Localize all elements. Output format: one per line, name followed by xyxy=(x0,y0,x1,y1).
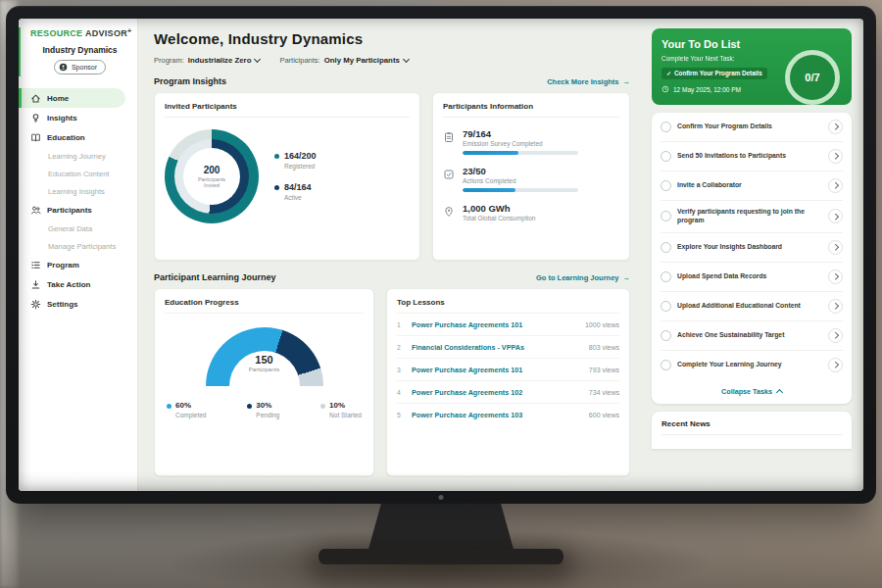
task-row[interactable]: Upload Spend Data Records xyxy=(661,263,843,292)
task-label: Verify participants requesting to join t… xyxy=(677,208,822,225)
sidebar-header: RESOURCE ADVISOR+ Industry Dynamics Spon… xyxy=(19,27,137,80)
lesson-link[interactable]: Power Purchase Agreements 101 xyxy=(412,320,578,329)
legend-value: 164/200 xyxy=(284,152,317,162)
todo-title: Your To Do List xyxy=(662,38,842,50)
task-row[interactable]: Complete Your Learning Journey xyxy=(661,351,843,379)
task-checkbox[interactable] xyxy=(661,211,671,221)
task-chevron-button[interactable] xyxy=(828,209,843,223)
participants-information-title: Participants Information xyxy=(443,102,619,118)
sidebar-item-program[interactable]: Program xyxy=(19,255,137,274)
book-icon xyxy=(30,132,41,143)
task-label: Upload Spend Data Records xyxy=(677,272,822,281)
screen: RESOURCE ADVISOR+ Industry Dynamics Spon… xyxy=(19,19,863,491)
sidebar-item-home[interactable]: Home xyxy=(19,88,125,108)
stat-value: 1,000 GWh xyxy=(463,203,535,214)
task-checkbox[interactable] xyxy=(661,242,671,253)
task-row[interactable]: Invite a Collaborator xyxy=(661,172,843,201)
gauge-center-value: 150 xyxy=(206,354,323,366)
task-checkbox[interactable] xyxy=(661,301,671,312)
task-checkbox[interactable] xyxy=(661,151,671,162)
task-chevron-button[interactable] xyxy=(828,120,843,134)
task-row[interactable]: Explore Your Insights Dashboard xyxy=(661,233,843,263)
program-insights-header: Program Insights Check More Insights → xyxy=(154,76,630,86)
gauge-center-label: Participants xyxy=(206,367,323,372)
lesson-link[interactable]: Power Purchase Agreements 103 xyxy=(412,411,582,419)
photo-backdrop: RESOURCE ADVISOR+ Industry Dynamics Spon… xyxy=(0,0,882,588)
chevron-up-icon xyxy=(776,389,783,396)
sidebar-item-education[interactable]: Education xyxy=(19,127,137,147)
chevron-down-icon xyxy=(403,56,410,63)
task-row[interactable]: Send 50 Invitations to Participants xyxy=(661,142,843,172)
legend-item-pending: 30% Pending xyxy=(247,402,279,418)
gear-icon xyxy=(30,299,41,310)
stat-value: 23/50 xyxy=(463,166,578,176)
lesson-link[interactable]: Power Purchase Agreements 102 xyxy=(412,388,582,397)
sidebar-nav: Home Insights Education Learning Journey xyxy=(19,88,137,314)
sidebar-item-participants[interactable]: Participants xyxy=(19,200,137,220)
chevron-right-icon xyxy=(832,332,838,338)
gauge-center: 150 Participants xyxy=(206,354,323,372)
task-label: Explore Your Insights Dashboard xyxy=(677,243,822,252)
participants-filter-label: Participants: xyxy=(279,56,319,65)
next-task-chip[interactable]: ✓ Confirm Your Program Details xyxy=(662,68,767,79)
task-checkbox[interactable] xyxy=(661,360,671,370)
task-chevron-button[interactable] xyxy=(828,299,843,314)
task-chevron-button[interactable] xyxy=(828,328,843,343)
check-more-insights-link[interactable]: Check More Insights → xyxy=(547,77,630,86)
sidebar-item-label: Program xyxy=(47,261,79,270)
sidebar-item-general-data[interactable]: General Data xyxy=(19,220,137,237)
due-date-text: 12 May 2025, 12:00 PM xyxy=(673,86,741,93)
program-insights-title: Program Insights xyxy=(154,76,226,86)
task-checkbox[interactable] xyxy=(661,330,671,341)
sidebar-item-settings[interactable]: Settings xyxy=(19,294,137,314)
todo-panel: Your To Do List Complete Your Next Task:… xyxy=(642,19,863,491)
next-task-label: Confirm Your Program Details xyxy=(674,70,762,76)
task-chevron-button[interactable] xyxy=(828,240,843,255)
task-chevron-button[interactable] xyxy=(828,149,843,164)
sidebar-item-learning-journey[interactable]: Learning Journey xyxy=(19,147,137,165)
lesson-link[interactable]: Power Purchase Agreements 101 xyxy=(412,366,582,374)
program-filter-select[interactable]: Industrialize Zero xyxy=(188,56,261,65)
map-pin-icon xyxy=(443,204,455,216)
sidebar-item-education-content[interactable]: Education Content xyxy=(19,165,137,182)
sidebar-item-label: Home xyxy=(47,94,69,103)
legend-item-completed: 60% Completed xyxy=(167,402,206,418)
collapse-tasks-button[interactable]: Collapse Tasks xyxy=(661,379,843,404)
task-chevron-button[interactable] xyxy=(828,270,843,284)
task-checkbox[interactable] xyxy=(661,180,671,191)
lesson-views: 1000 views xyxy=(585,321,619,328)
legend-label: Registered xyxy=(284,163,317,170)
todo-summary-card: Your To Do List Complete Your Next Task:… xyxy=(652,28,852,105)
recent-news-card: Recent News xyxy=(652,412,852,449)
stat-actions-completed: 23/50 Actions Completed xyxy=(443,166,619,192)
go-to-learning-journey-link[interactable]: Go to Learning Journey → xyxy=(536,273,630,282)
participants-filter-select[interactable]: Only My Participants xyxy=(324,56,409,65)
sidebar-item-learning-insights[interactable]: Learning Insights xyxy=(19,182,137,200)
sidebar-item-insights[interactable]: Insights xyxy=(19,108,137,127)
sidebar-item-take-action[interactable]: Take Action xyxy=(19,274,137,294)
legend-dot xyxy=(274,185,279,190)
task-row[interactable]: Confirm Your Program Details xyxy=(661,113,843,142)
lesson-rank: 2 xyxy=(397,344,405,351)
participants-filter: Participants: Only My Participants xyxy=(279,56,408,65)
recent-news-title: Recent News xyxy=(662,419,842,435)
org-name: Industry Dynamics xyxy=(30,45,129,55)
donut-center: 200 Participants Invited xyxy=(183,148,240,205)
lesson-link[interactable]: Financial Considerations - VPPAs xyxy=(412,343,582,352)
logo-advisor: ADVISOR xyxy=(85,28,127,38)
education-progress-gauge-chart: 150 Participants xyxy=(206,327,323,386)
education-progress-card: Education Progress 150 Participants xyxy=(154,288,374,476)
task-chevron-button[interactable] xyxy=(828,358,843,372)
program-filter-value: Industrialize Zero xyxy=(188,56,252,65)
task-row[interactable]: Upload Additional Educational Content xyxy=(661,292,843,321)
task-checkbox[interactable] xyxy=(661,122,671,132)
progress-bar xyxy=(463,151,578,155)
task-chevron-button[interactable] xyxy=(828,178,843,193)
sidebar-item-manage-participants[interactable]: Manage Participants xyxy=(19,237,137,255)
task-row[interactable]: Verify participants requesting to join t… xyxy=(661,201,843,233)
invited-participants-body: 200 Participants Invited 164/200 Registe xyxy=(165,129,410,223)
donut-legend: 164/200 Registered 84/164 Active xyxy=(274,152,317,201)
task-checkbox[interactable] xyxy=(661,271,671,282)
gauge-legend: 60% Completed 30% Pending xyxy=(165,402,364,418)
task-row[interactable]: Achieve One Sustainability Target xyxy=(661,321,843,351)
